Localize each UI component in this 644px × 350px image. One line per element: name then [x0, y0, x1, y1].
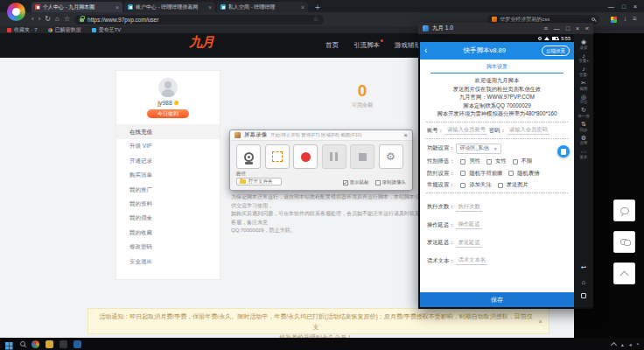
tray-network-icon[interactable]: ▴ — [621, 341, 624, 347]
checkbox-male[interactable] — [460, 159, 466, 164]
menu-item-change-password[interactable]: 修改密码 — [116, 240, 220, 254]
android-back-icon[interactable]: ↩ — [581, 264, 586, 271]
save-button[interactable]: 保存 — [420, 292, 574, 307]
browser-tab-3[interactable]: 私人空间 - 哔哩哔哩 × — [217, 2, 308, 12]
checkbox-female[interactable] — [486, 159, 492, 164]
browser-tab-1[interactable]: 个人中心 - 九月脚本圈 × — [32, 2, 122, 12]
taskbar-folder-icon[interactable] — [46, 340, 53, 348]
tool-screenshot[interactable]: ✂截图 — [580, 80, 588, 91]
url-favorite-icon[interactable]: ☆ — [313, 16, 318, 23]
reload-icon[interactable]: ↻ — [45, 16, 51, 23]
menu-item-upgrade-vip[interactable]: 升级 VIP — [116, 139, 220, 153]
menu-item-my-profile[interactable]: 我的资料 — [116, 197, 220, 211]
menu-item-activation-records[interactable]: 开通记录 — [116, 154, 220, 168]
cloud-settings-button[interactable]: 云端设置 — [542, 46, 570, 56]
download-icon[interactable]: ↓ — [623, 16, 626, 23]
recorder-settings-button[interactable]: ⚙ — [379, 144, 403, 169]
tab1-close-icon[interactable]: × — [116, 4, 119, 10]
browser-maximize-button[interactable]: □ — [622, 4, 626, 10]
app-minimize-button[interactable]: — — [554, 25, 560, 32]
tool-shake[interactable]: ↻摇一摇 — [578, 107, 590, 118]
checkbox-send-image[interactable] — [498, 183, 503, 188]
site-logo[interactable]: 九月 — [189, 34, 214, 51]
tray-chevron-up-icon[interactable] — [611, 341, 617, 347]
search-icon[interactable] — [592, 18, 596, 22]
password-input[interactable]: 请输入会员密码 — [508, 126, 550, 135]
tray-battery-icon[interactable]: ▪ — [637, 341, 639, 346]
tool-location[interactable]: ◎定位 — [580, 94, 588, 105]
apps-grid-icon[interactable] — [611, 17, 617, 23]
home-icon[interactable]: ⌂ — [55, 16, 60, 23]
bookmark-star-icon[interactable]: ☆ — [64, 16, 70, 23]
status-time: 5:55 — [561, 36, 570, 41]
nav-home[interactable]: 首页 — [326, 41, 339, 50]
back-to-top-button[interactable] — [613, 262, 635, 284]
new-tab-button[interactable]: + — [315, 3, 320, 12]
nav-scripts[interactable]: 引流脚本 — [354, 41, 380, 50]
tab2-close-icon[interactable]: × — [208, 4, 212, 10]
menu-item-my-commission[interactable]: 我的佣金 — [116, 211, 220, 225]
notice-close-icon[interactable]: × — [538, 317, 542, 327]
menu-item-my-favorites[interactable]: 我的收藏 — [116, 226, 220, 240]
account-input[interactable]: 请输入会员账号 — [445, 126, 487, 135]
tab3-close-icon[interactable]: × — [301, 4, 304, 10]
url-text[interactable]: https://www.97pvp.com/user — [88, 17, 158, 23]
menu-item-recharge[interactable]: 在线充值 — [116, 125, 220, 139]
menu-icon[interactable]: ≡ — [633, 16, 637, 23]
browser-tab-2[interactable]: 账户中心 - 哔哩哔哩弹幕网 × — [124, 2, 215, 12]
mouse-checkbox[interactable]: ✓显示鼠标 — [343, 179, 369, 186]
open-folder-button[interactable]: 打开文件夹 — [236, 178, 282, 186]
checkbox-follow[interactable] — [460, 183, 466, 188]
checkbox-random-prefix[interactable] — [460, 171, 466, 176]
app-menu-icon[interactable]: ≡ — [544, 25, 548, 32]
menu-item-my-promotion[interactable]: 我的推广 — [116, 183, 220, 197]
forward-icon[interactable]: › — [38, 16, 41, 23]
speech-text-input[interactable]: 话术文本名 — [456, 256, 486, 265]
qq-contact-button[interactable] — [613, 200, 635, 221]
exec-count-input[interactable]: 执行次数 — [456, 203, 481, 212]
tool-more[interactable]: ⋯更多 — [580, 149, 588, 160]
recorder-title-bar[interactable]: 屏幕录像 开始/停止(F6) 暂停(F7) 区域(F8) 截图(F10) × — [230, 130, 412, 141]
exec-count-row: 执行次数： 执行次数 — [420, 203, 574, 212]
tool-settings[interactable]: ⚙设置 — [580, 135, 588, 146]
taskbar-search-icon[interactable] — [20, 341, 25, 346]
daily-signin-button[interactable]: 今日签到 — [147, 109, 189, 118]
tool-volume-up[interactable]: ♪音量+ — [578, 52, 589, 64]
android-recents-icon[interactable] — [581, 293, 586, 298]
app-collapse-icon[interactable]: « — [585, 25, 589, 32]
tool-volume-down[interactable]: ♪音量- — [579, 66, 589, 77]
taskbar-app-icon[interactable] — [74, 340, 81, 348]
start-button-icon[interactable] — [5, 342, 9, 346]
android-home-icon[interactable]: ⌂ — [582, 279, 586, 286]
tool-sync[interactable]: ⇅同步 — [580, 121, 588, 132]
app-maximize-button[interactable]: □ — [566, 25, 570, 32]
back-arrow-icon[interactable]: ‹ — [424, 46, 427, 55]
tool-record[interactable]: ◉录屏 — [580, 38, 588, 50]
menu-item-purchase-list[interactable]: 购买清单 — [116, 168, 220, 182]
recorder-close-icon[interactable]: × — [403, 131, 408, 139]
send-delay-input[interactable]: 发送延迟 — [456, 239, 481, 248]
taskbar-app-icon[interactable] — [60, 340, 67, 348]
taskbar-browser-icon[interactable] — [32, 340, 39, 348]
browser-close-button[interactable]: × — [634, 4, 637, 10]
checkbox-random-emoji[interactable] — [508, 171, 514, 176]
record-button[interactable] — [293, 144, 318, 169]
browser-logo-icon[interactable] — [7, 3, 25, 21]
select-region-button[interactable] — [265, 144, 290, 169]
floating-assistant-button[interactable] — [557, 145, 570, 158]
op-delay-input[interactable]: 操作延迟 — [456, 220, 481, 229]
checkbox-any-gender[interactable] — [513, 159, 518, 164]
url-bar[interactable]: https://www.97pvp.com/user ☆ — [74, 15, 324, 24]
nav-game-assist[interactable]: 游戏辅助 — [395, 41, 421, 50]
tray-volume-icon[interactable]: ◂ — [629, 341, 632, 347]
menu-item-logout[interactable]: 安全退出 — [116, 255, 220, 269]
desktop: 个人中心 - 九月脚本圈 × 账户中心 - 哔哩哔哩弹幕网 × 私人空间 - 哔… — [0, 0, 644, 350]
webcam-button[interactable] — [236, 144, 261, 169]
app-title-bar[interactable]: 九月 1.0 ≡ — □ × « — [418, 23, 593, 34]
browser-minimize-button[interactable]: — — [608, 4, 614, 10]
camera-checkbox[interactable]: 录制摄像头 — [375, 179, 407, 186]
back-icon[interactable]: ‹ — [32, 16, 34, 23]
wechat-contact-button[interactable] — [613, 231, 635, 253]
app-close-button[interactable]: × — [576, 25, 579, 32]
function-select[interactable]: 评论区_私信 ▼ — [456, 144, 500, 154]
